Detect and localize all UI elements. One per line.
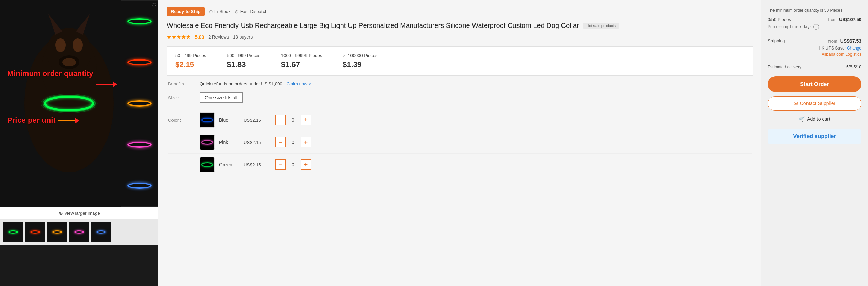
bottom-thumb-5[interactable] xyxy=(91,222,111,242)
svg-point-7 xyxy=(73,38,83,52)
price-tier-2: 500 - 999 Pieces $1.83 xyxy=(227,53,260,69)
svg-point-6 xyxy=(55,38,66,52)
shipping-price-value: US$67.53 xyxy=(840,38,861,44)
color-name-green: Green xyxy=(219,162,240,167)
benefits-text: Quick refunds on orders under US $1,000 xyxy=(200,81,282,86)
main-product-image[interactable]: Minimum order quantity Price per unit ♡ xyxy=(0,0,158,207)
qty-decrease-green[interactable]: − xyxy=(275,160,286,170)
delivery-date: 5/6-5/10 xyxy=(846,65,861,69)
price-per-unit-annotation: Price per unit xyxy=(7,116,56,125)
ready-to-ship-badge: Ready to Ship xyxy=(167,7,205,16)
delivery-row: Estimated delivery 5/6-5/10 xyxy=(768,65,861,69)
svg-marker-4 xyxy=(76,14,90,35)
qty-control-pink: − 0 + xyxy=(275,137,311,147)
check-icon: ⊙ xyxy=(209,9,213,14)
price-tier-4: >=100000 Pieces $1.39 xyxy=(343,53,377,69)
size-row: Size : One size fits all xyxy=(167,92,753,103)
reviews-count[interactable]: 2 Reviews xyxy=(208,34,229,40)
add-to-cart-button[interactable]: 🛒 Add to cart xyxy=(768,114,861,124)
order-price: from US$107.50 xyxy=(828,17,861,22)
color-swatch-pink[interactable] xyxy=(200,135,215,150)
product-details-section: Ready to Ship ⊙ In Stock ⊙ Fast Dispatch… xyxy=(158,0,761,286)
benefits-label: Benefits: xyxy=(168,81,196,86)
size-option-button[interactable]: One size fits all xyxy=(200,92,243,103)
tier-range-3: 1000 - 99999 Pieces xyxy=(281,53,322,58)
alibaba-logistics-link[interactable]: Alibaba.com Logistics xyxy=(768,52,861,57)
color-label: Color : xyxy=(168,118,196,123)
qty-increase-blue[interactable]: + xyxy=(301,115,311,125)
color-row-pink: Pink US$2.15 − 0 + xyxy=(168,131,752,154)
qty-value-pink: 0 xyxy=(289,140,297,145)
qty-value-blue: 0 xyxy=(289,117,297,123)
color-price-pink: US$2.15 xyxy=(244,140,271,145)
qty-control-blue: − 0 + xyxy=(275,115,311,125)
from-label: from xyxy=(828,17,836,22)
color-price-green: US$2.15 xyxy=(244,162,271,167)
order-price-value: US$107.50 xyxy=(839,17,861,22)
shipping-method: HK UPS Saver xyxy=(819,46,846,51)
benefits-row: Benefits: Quick refunds on orders under … xyxy=(167,81,753,86)
qty-value-green: 0 xyxy=(289,162,297,167)
image-section: Minimum order quantity Price per unit ♡ xyxy=(0,0,158,286)
bottom-thumb-3[interactable] xyxy=(47,222,67,242)
claim-now-link[interactable]: Claim now > xyxy=(287,81,311,86)
bottom-thumb-2[interactable] xyxy=(25,222,45,242)
zoom-icon: ⊕ xyxy=(59,210,63,216)
shipping-price: from US$67.53 xyxy=(828,38,861,44)
min-order-text: The minimum order quantity is 50 Pieces xyxy=(768,7,861,13)
view-larger-label: View larger image xyxy=(64,211,100,216)
svg-marker-3 xyxy=(48,14,62,35)
qty-decrease-pink[interactable]: − xyxy=(275,137,286,147)
shipping-from-label: from xyxy=(828,39,837,44)
shipping-method-row: HK UPS Saver Change xyxy=(768,46,861,51)
qty-label: 0/50 Pieces xyxy=(768,17,791,22)
contact-supplier-button[interactable]: ✉ Contact Supplier xyxy=(768,96,861,111)
tier-price-3: $1.67 xyxy=(281,60,322,69)
fast-dispatch-badge: ⊙ Fast Dispatch xyxy=(235,9,267,14)
heart-icon[interactable]: ♡ xyxy=(152,2,156,9)
pricing-table: 50 - 499 Pieces $2.15 500 - 999 Pieces $… xyxy=(167,46,753,76)
thumbnail-item-1[interactable]: ♡ xyxy=(121,1,158,42)
divider-1 xyxy=(768,61,861,61)
view-larger-button[interactable]: ⊕ View larger image xyxy=(0,207,158,219)
tier-price-1: $2.15 xyxy=(175,60,206,69)
info-icon[interactable]: i xyxy=(813,24,819,30)
thumbnail-item-4[interactable] xyxy=(121,124,158,165)
color-swatch-blue[interactable] xyxy=(200,112,215,128)
svg-point-8 xyxy=(62,58,76,66)
qty-increase-green[interactable]: + xyxy=(301,160,311,170)
bottom-thumb-4[interactable] xyxy=(69,222,89,242)
change-shipping-link[interactable]: Change xyxy=(847,46,861,51)
tier-range-4: >=100000 Pieces xyxy=(343,53,377,58)
price-tier-1: 50 - 499 Pieces $2.15 xyxy=(175,53,206,69)
color-section: Color : Blue US$2.15 − 0 + Pink US$2.1 xyxy=(167,109,753,176)
thumbnail-item-5[interactable] xyxy=(121,165,158,206)
buyers-count: 18 buyers xyxy=(233,34,253,40)
tier-range-2: 500 - 999 Pieces xyxy=(227,53,260,58)
thumbnail-strip: ♡ xyxy=(121,0,158,207)
start-order-button[interactable]: Start Order xyxy=(768,76,861,92)
product-title: Wholesale Eco Friendly Usb Rechargeable … xyxy=(167,21,753,30)
in-stock-badge: ⊙ In Stock xyxy=(209,9,231,14)
qty-increase-pink[interactable]: + xyxy=(301,137,311,147)
delivery-label: Estimated delivery xyxy=(768,65,801,69)
order-qty-row: 0/50 Pieces from US$107.50 xyxy=(768,17,861,22)
color-swatch-green[interactable] xyxy=(200,157,215,172)
order-panel: The minimum order quantity is 50 Pieces … xyxy=(761,0,868,286)
cart-icon: 🛒 xyxy=(799,116,805,122)
tier-price-2: $1.83 xyxy=(227,60,260,69)
bottom-thumbnail-row xyxy=(0,219,158,245)
reviews-row: ★★★★★ 5.00 2 Reviews 18 buyers xyxy=(167,34,753,40)
color-row-blue: Color : Blue US$2.15 − 0 + xyxy=(168,109,752,131)
color-name-pink: Pink xyxy=(219,140,240,145)
processing-text: Processing Time 7 days xyxy=(768,24,811,29)
bottom-thumb-1[interactable] xyxy=(3,222,23,242)
shipping-label: Shipping xyxy=(768,38,785,43)
thumbnail-item-2[interactable] xyxy=(121,42,158,83)
thumbnail-item-3[interactable] xyxy=(121,83,158,124)
check-icon-2: ⊙ xyxy=(235,9,239,14)
qty-decrease-blue[interactable]: − xyxy=(275,115,286,125)
envelope-icon: ✉ xyxy=(794,101,798,106)
tier-range-1: 50 - 499 Pieces xyxy=(175,53,206,58)
arrow-icon xyxy=(96,84,117,85)
